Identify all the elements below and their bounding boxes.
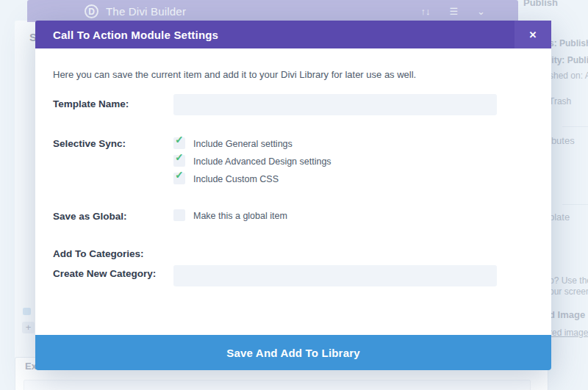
set-featured-image-link-fragment: red image xyxy=(549,328,588,338)
trash-link-fragment: Trash xyxy=(549,96,571,106)
module-settings-modal: Call To Action Module Settings ✕ Here yo… xyxy=(35,21,551,370)
status-published-fragment: s: Published xyxy=(549,38,588,48)
checkmark-icon: ✓ xyxy=(175,134,184,145)
divi-header-icons: ↑↓ ☰ ⌄ xyxy=(420,0,485,22)
checkbox-label: Include Custom CSS xyxy=(193,173,279,185)
screen: D The Divi Builder ↑↓ ☰ ⌄ Publish S s: P… xyxy=(0,0,588,390)
checkmark-icon: ✓ xyxy=(175,151,184,163)
chevron-down-icon: ⌄ xyxy=(477,6,485,17)
divi-builder-title: The Divi Builder xyxy=(106,5,186,18)
save-as-global-label: Save as Global: xyxy=(53,211,178,222)
modal-body: Here you can save the current item and a… xyxy=(35,48,551,335)
checkbox-label: Include Advanced Design settings xyxy=(193,155,331,167)
modal-description: Here you can save the current item and a… xyxy=(53,69,531,80)
featured-image-heading-fragment: d Image xyxy=(549,309,585,320)
metabox-divider xyxy=(562,204,588,205)
checkbox[interactable]: ✓ xyxy=(173,155,185,167)
template-name-label: Template Name: xyxy=(53,98,178,109)
checkbox-include-advanced-design-settings[interactable]: ✓ Include Advanced Design settings xyxy=(173,155,331,167)
excerpt-field-fragment xyxy=(24,380,531,390)
publish-box-heading: Publish xyxy=(523,0,558,8)
visibility-text: lity: Public xyxy=(549,55,588,65)
checkmark-icon: ✓ xyxy=(175,169,184,181)
checkbox-include-custom-css[interactable]: ✓ Include Custom CSS xyxy=(173,173,279,185)
create-new-category-input[interactable] xyxy=(173,265,497,286)
sort-arrows-icon: ↑↓ xyxy=(420,6,430,17)
checkbox-include-general-settings[interactable]: ✓ Include General settings xyxy=(173,137,293,150)
add-to-categories-label: Add To Categories: xyxy=(53,248,178,259)
visibility-fragment: lity: Public E xyxy=(549,55,588,65)
checkbox[interactable] xyxy=(173,209,185,221)
checkbox[interactable]: ✓ xyxy=(173,173,185,184)
checkbox[interactable]: ✓ xyxy=(173,137,185,149)
divi-builder-header: D The Divi Builder ↑↓ ☰ ⌄ xyxy=(27,0,518,22)
modal-header: Call To Action Module Settings ✕ xyxy=(35,21,551,48)
menu-icon: ☰ xyxy=(449,6,458,17)
selective-sync-label: Selective Sync: xyxy=(53,138,178,149)
divi-logo-icon: D xyxy=(85,4,98,18)
checkbox-label: Include General settings xyxy=(193,137,293,150)
help-text-fragment-2: our screen. xyxy=(549,286,588,297)
checkbox-label: Make this a global item xyxy=(193,209,287,222)
template-label-fragment: plate xyxy=(549,212,570,223)
help-text-fragment-1: p? Use the H xyxy=(549,275,588,286)
close-icon: ✕ xyxy=(529,29,537,40)
module-chip-fragment xyxy=(23,308,31,315)
published-on-fragment: shed on: Ap xyxy=(549,71,588,81)
attributes-heading-fragment: ibutes xyxy=(549,135,575,146)
create-new-category-label: Create New Category: xyxy=(53,268,178,279)
close-button[interactable]: ✕ xyxy=(514,21,551,48)
metabox-divider xyxy=(562,126,588,127)
checkbox-make-global-item[interactable]: Make this a global item xyxy=(173,209,287,222)
save-and-add-to-library-button[interactable]: Save And Add To Library xyxy=(35,335,551,370)
template-name-input[interactable] xyxy=(173,94,497,115)
modal-title: Call To Action Module Settings xyxy=(53,29,218,41)
add-module-icon: + xyxy=(22,322,35,333)
